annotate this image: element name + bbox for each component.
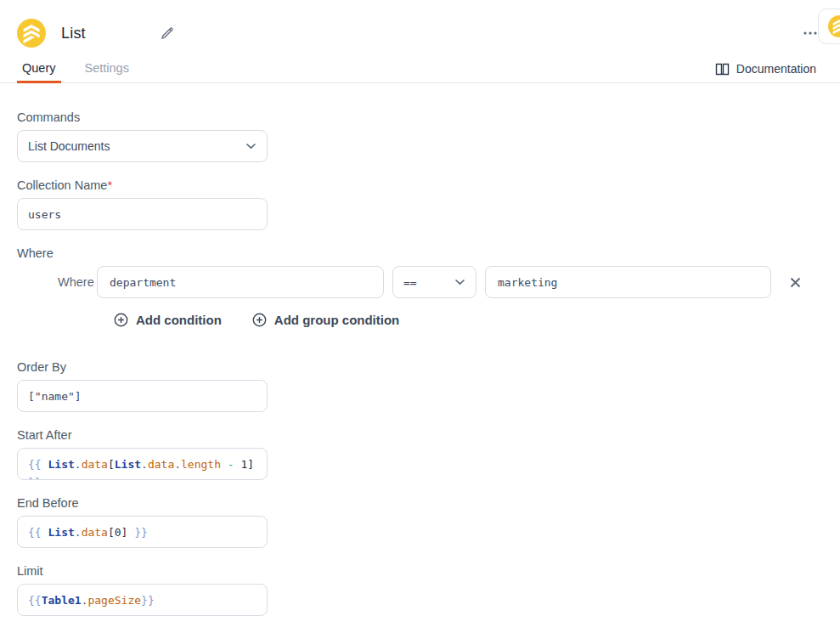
limit-label: Limit (17, 565, 823, 578)
where-condition-row: Where == (58, 266, 823, 298)
where-operator-select[interactable]: == (392, 266, 476, 298)
condition-actions-row: Add condition Add group condition (114, 313, 823, 327)
collection-name-label-text: Collection Name (17, 178, 107, 192)
query-title: List (61, 25, 86, 42)
documentation-link[interactable]: Documentation (715, 62, 823, 82)
commands-selected-value: List Documents (28, 139, 110, 153)
end-before-code-input[interactable]: {{ List.data[0] }} (17, 516, 268, 548)
query-header: List (0, 0, 840, 53)
order-by-input[interactable] (17, 380, 268, 412)
end-before-label: End Before (17, 497, 823, 510)
tab-settings[interactable]: Settings (80, 61, 134, 82)
where-value-input[interactable] (485, 266, 771, 298)
datasource-plugin-button[interactable] (818, 8, 840, 44)
add-condition-button[interactable]: Add condition (114, 313, 222, 327)
plus-circle-icon (114, 313, 128, 327)
required-asterisk: * (107, 178, 112, 192)
add-group-condition-button[interactable]: Add group condition (252, 313, 399, 327)
where-section-label: Where (17, 247, 823, 260)
documentation-label: Documentation (736, 62, 816, 76)
collection-name-input[interactable] (17, 198, 268, 230)
start-after-label: Start After (17, 429, 823, 442)
book-icon (715, 63, 730, 76)
delete-condition-icon[interactable] (786, 274, 804, 291)
start-after-code-input[interactable]: {{ List.data[List.data.length - 1] }} (17, 448, 268, 480)
plus-circle-icon (252, 313, 267, 327)
tab-bar: Query Settings Documentation (0, 53, 840, 83)
limit-code-input[interactable]: {{Table1.pageSize}} (17, 584, 268, 616)
add-group-condition-label: Add group condition (274, 313, 399, 327)
commands-label: Commands (17, 111, 823, 124)
collection-name-label: Collection Name* (17, 179, 823, 192)
where-operator-value: == (403, 276, 417, 289)
firestore-logo-icon (17, 19, 46, 48)
where-field-input[interactable] (97, 266, 384, 298)
where-row-label: Where (58, 275, 90, 289)
add-condition-label: Add condition (136, 313, 222, 327)
order-by-label: Order By (17, 361, 823, 374)
chevron-down-icon (454, 279, 465, 285)
query-form: Commands List Documents Collection Name*… (0, 83, 840, 616)
chevron-down-icon (245, 143, 257, 150)
edit-name-icon[interactable] (161, 26, 174, 40)
tab-query[interactable]: Query (17, 61, 61, 82)
commands-select[interactable]: List Documents (17, 130, 268, 162)
